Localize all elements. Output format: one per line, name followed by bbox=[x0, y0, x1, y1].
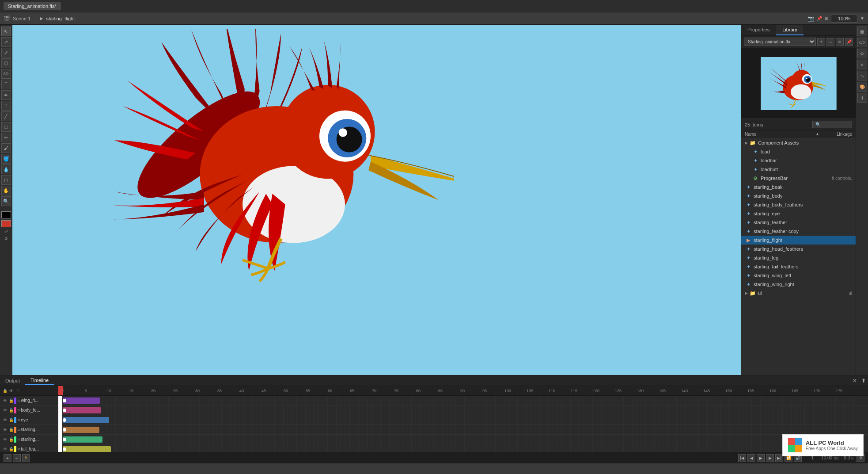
frame-cell[interactable] bbox=[116, 396, 120, 405]
frame-cell[interactable] bbox=[849, 425, 853, 435]
frame-cell[interactable] bbox=[549, 405, 553, 415]
frame-cell[interactable] bbox=[297, 435, 301, 444]
motion-editor-btn[interactable]: ▦ bbox=[857, 27, 867, 36]
frame-cell[interactable] bbox=[739, 396, 743, 405]
frame-cell[interactable] bbox=[217, 405, 222, 415]
frame-cell[interactable] bbox=[739, 435, 743, 444]
frame-cell[interactable] bbox=[147, 435, 151, 444]
frame-cell[interactable] bbox=[368, 425, 372, 435]
frame-cell[interactable] bbox=[323, 425, 328, 435]
frame-cell[interactable] bbox=[637, 396, 641, 405]
frame-cell[interactable] bbox=[659, 396, 663, 405]
frame-cell[interactable] bbox=[460, 396, 465, 405]
frame-cell[interactable] bbox=[345, 396, 350, 405]
frame-cell[interactable] bbox=[337, 396, 341, 405]
frame-cell[interactable] bbox=[200, 405, 204, 415]
frame-cell[interactable] bbox=[628, 444, 633, 452]
frame-cell[interactable] bbox=[580, 435, 584, 444]
hand-tool[interactable]: ✋ bbox=[1, 186, 11, 195]
frame-cell[interactable] bbox=[747, 415, 752, 425]
frame-cell[interactable] bbox=[160, 425, 164, 435]
frame-cell[interactable] bbox=[743, 396, 747, 405]
frame-cell[interactable] bbox=[244, 425, 248, 435]
frame-cell[interactable] bbox=[593, 415, 597, 425]
frame-cell[interactable] bbox=[752, 435, 756, 444]
frame-cell[interactable] bbox=[624, 435, 628, 444]
frame-cell[interactable] bbox=[500, 425, 504, 435]
frame-cell[interactable] bbox=[531, 415, 535, 425]
frame-cell[interactable] bbox=[125, 396, 129, 405]
frame-cell[interactable] bbox=[694, 435, 699, 444]
frame-cell[interactable] bbox=[712, 444, 716, 452]
frame-cell[interactable] bbox=[800, 396, 805, 405]
frame-cell[interactable] bbox=[827, 396, 831, 405]
frame-cell[interactable] bbox=[438, 425, 443, 435]
frame-cell[interactable] bbox=[752, 425, 756, 435]
frame-cell[interactable] bbox=[438, 415, 443, 425]
frame-cell[interactable] bbox=[129, 444, 133, 452]
frame-cell[interactable] bbox=[323, 435, 328, 444]
frame-cell[interactable] bbox=[509, 415, 513, 425]
frame-cell[interactable] bbox=[398, 415, 403, 425]
frame-cell[interactable] bbox=[659, 405, 663, 415]
frame-cell[interactable] bbox=[390, 425, 394, 435]
frame-cell[interactable] bbox=[142, 415, 147, 425]
frame-cell[interactable] bbox=[796, 405, 800, 415]
frame-cell[interactable] bbox=[173, 415, 178, 425]
layer-row[interactable]: 👁 🔒 ≡ starling... bbox=[0, 425, 58, 435]
frame-cell[interactable] bbox=[142, 435, 147, 444]
frame-cell[interactable] bbox=[186, 405, 191, 415]
frame-cell[interactable] bbox=[204, 444, 208, 452]
frame-cell[interactable] bbox=[421, 435, 425, 444]
frame-cell[interactable] bbox=[734, 405, 739, 415]
frame-cell[interactable] bbox=[725, 435, 730, 444]
frame-cell[interactable] bbox=[155, 444, 160, 452]
frame-cell[interactable] bbox=[257, 435, 262, 444]
frame-cell[interactable] bbox=[443, 415, 447, 425]
frame-cell[interactable] bbox=[398, 444, 403, 452]
frame-cell[interactable] bbox=[739, 405, 743, 415]
frame-cell[interactable] bbox=[469, 435, 474, 444]
3d-tool[interactable]: 3D bbox=[1, 69, 11, 79]
frame-cell[interactable] bbox=[487, 435, 491, 444]
frame-cell[interactable] bbox=[173, 425, 178, 435]
frame-cell[interactable] bbox=[496, 405, 500, 415]
frame-cell[interactable] bbox=[482, 425, 487, 435]
frame-cell[interactable] bbox=[681, 425, 686, 435]
frame-cell[interactable] bbox=[133, 415, 138, 425]
frame-cell[interactable] bbox=[840, 415, 845, 425]
frame-cell[interactable] bbox=[226, 435, 231, 444]
frame-cell[interactable] bbox=[376, 435, 381, 444]
frame-cell[interactable] bbox=[120, 405, 125, 415]
frame-cell[interactable] bbox=[584, 415, 588, 425]
frame-cell[interactable] bbox=[447, 396, 451, 405]
frame-cell[interactable] bbox=[615, 444, 619, 452]
frame-cell[interactable] bbox=[354, 405, 359, 415]
frame-cell[interactable] bbox=[164, 444, 169, 452]
frame-cell[interactable] bbox=[769, 415, 774, 425]
frame-cell[interactable] bbox=[116, 435, 120, 444]
frame-cell[interactable] bbox=[323, 405, 328, 415]
frame-cell[interactable] bbox=[372, 425, 376, 435]
frame-cell[interactable] bbox=[818, 425, 823, 435]
frame-cell[interactable] bbox=[359, 415, 363, 425]
frame-cell[interactable] bbox=[208, 405, 213, 415]
new-symbol-btn[interactable]: + bbox=[817, 38, 825, 46]
frame-cell[interactable] bbox=[310, 444, 315, 452]
frame-cell[interactable] bbox=[350, 444, 354, 452]
frame-cell[interactable] bbox=[562, 415, 566, 425]
frame-cell[interactable] bbox=[699, 435, 703, 444]
frame-cell[interactable] bbox=[244, 435, 248, 444]
frame-cell[interactable] bbox=[588, 405, 593, 415]
frame-cell[interactable] bbox=[394, 435, 398, 444]
frame-cell[interactable] bbox=[310, 396, 315, 405]
frame-cell[interactable] bbox=[668, 444, 672, 452]
frame-cell[interactable] bbox=[284, 425, 288, 435]
frame-cell[interactable] bbox=[575, 425, 580, 435]
frame-cell[interactable] bbox=[368, 396, 372, 405]
frame-cell[interactable] bbox=[186, 435, 191, 444]
frame-cell[interactable] bbox=[690, 435, 694, 444]
frame-cell[interactable] bbox=[606, 405, 610, 415]
frame-cell[interactable] bbox=[204, 396, 208, 405]
frame-cell[interactable] bbox=[831, 415, 836, 425]
